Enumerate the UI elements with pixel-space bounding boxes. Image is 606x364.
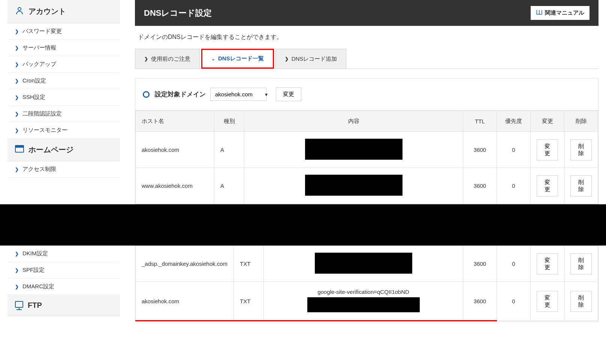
th-type: 種別: [214, 111, 244, 132]
redacted-content: [305, 175, 403, 196]
cell-delete: 削除: [564, 282, 598, 321]
cell-content: google-site-verification=qCQII1obND: [264, 282, 463, 321]
sidebar-item-dkim[interactable]: ❯DKIM設定: [7, 246, 120, 262]
svg-point-0: [18, 7, 21, 10]
cell-host: www.akosiehok.com: [136, 168, 214, 204]
cell-delete: 削除: [564, 132, 598, 168]
th-priority: 優先度: [497, 111, 531, 132]
cell-edit: 変更: [531, 168, 564, 204]
chevron-right-icon: ❯: [15, 29, 19, 34]
th-host: ホスト名: [136, 111, 214, 132]
chevron-right-icon: ❯: [15, 95, 19, 100]
tabs: ❯ 使用前のご注意 ⌄ DNSレコード一覧 ❯ DNSレコード追加: [135, 49, 599, 69]
chevron-right-icon: ❯: [15, 45, 19, 51]
delete-button[interactable]: 削除: [570, 253, 592, 274]
edit-button[interactable]: 変更: [537, 175, 558, 196]
sidebar-item-spf[interactable]: ❯SPF設定: [7, 262, 120, 279]
chevron-right-icon: ❯: [15, 251, 19, 256]
sidebar-item-dmarc[interactable]: ❯DMARC設定: [7, 279, 120, 295]
sidebar-item-ssh[interactable]: ❯SSH設定: [7, 89, 120, 106]
person-icon: [15, 6, 24, 17]
radio-icon: [143, 91, 150, 98]
table-row: _adsp._domainkey.akosiehok.comTXT36000変更…: [136, 246, 598, 282]
sidebar-item-backup[interactable]: ❯バックアップ: [7, 56, 120, 73]
page-description: ドメインのDNSレコードを編集することができます。: [135, 33, 599, 41]
redacted-content: [307, 297, 420, 312]
cell-delete: 削除: [564, 246, 598, 282]
cell-edit: 変更: [531, 282, 564, 321]
sidebar-bottom: ❯DKIM設定 ❯SPF設定 ❯DMARC設定 FTP: [0, 246, 127, 322]
cell-priority: 0: [497, 168, 531, 204]
th-delete: 削除: [564, 111, 598, 132]
book-icon: [536, 9, 543, 17]
chevron-right-icon: ❯: [15, 128, 19, 133]
cell-edit: 変更: [531, 246, 564, 282]
domain-change-button[interactable]: 変更: [276, 87, 301, 101]
sidebar-item-resource-monitor[interactable]: ❯リソースモニター: [7, 122, 120, 139]
window-icon: [15, 145, 24, 154]
cell-type: TXT: [234, 282, 264, 321]
sidebar-item-cron[interactable]: ❯Cron設定: [7, 73, 120, 89]
redaction-strip: [0, 204, 606, 246]
tab-dns-list[interactable]: ⌄ DNSレコード一覧: [201, 49, 274, 69]
domain-selector: 設定対象ドメイン akosiehok.com 変更: [135, 78, 598, 111]
sidebar-header-account: アカウント: [7, 0, 120, 23]
chevron-right-icon: ❯: [285, 56, 289, 61]
page-title: DNSレコード設定: [144, 7, 212, 19]
delete-button[interactable]: 削除: [570, 291, 592, 312]
sidebar-item-access-restriction[interactable]: ❯アクセス制限: [7, 161, 120, 178]
sidebar-header-label: アカウント: [28, 6, 66, 16]
edit-button[interactable]: 変更: [537, 253, 558, 274]
delete-button[interactable]: 削除: [570, 175, 592, 196]
cell-content: [244, 132, 463, 168]
cell-ttl: 3600: [463, 168, 497, 204]
table-row: akosiehok.comTXTgoogle-site-verification…: [136, 282, 598, 321]
domain-select[interactable]: akosiehok.com: [210, 88, 267, 101]
cell-content: [244, 168, 463, 204]
cell-host: akosiehok.com: [136, 132, 214, 168]
cell-host: _adsp._domainkey.akosiehok.com: [136, 246, 234, 282]
cell-ttl: 3600: [463, 132, 497, 168]
cell-edit: 変更: [531, 132, 564, 168]
sidebar-item-password[interactable]: ❯パスワード変更: [7, 23, 120, 40]
sidebar-header-ftp: FTP: [7, 295, 120, 316]
chevron-right-icon: ❯: [15, 268, 19, 273]
cell-priority: 0: [497, 132, 531, 168]
dns-list-panel: 設定対象ドメイン akosiehok.com 変更 ホスト名 種別 内容 TTL…: [135, 78, 599, 204]
redacted-content: [305, 139, 403, 160]
edit-button[interactable]: 変更: [537, 139, 558, 160]
cell-type: A: [214, 168, 244, 204]
cell-type: A: [214, 132, 244, 168]
table-row: akosiehok.comA36000変更削除: [136, 132, 598, 168]
sidebar-item-server-info[interactable]: ❯サーバー情報: [7, 40, 120, 56]
main-content: DNSレコード設定 関連マニュアル ドメインのDNSレコードを編集することができ…: [127, 0, 606, 204]
domain-label: 設定対象ドメイン: [155, 90, 206, 99]
sidebar-header-label: ホームページ: [28, 145, 73, 155]
edit-button[interactable]: 変更: [537, 291, 558, 312]
cell-priority: 0: [497, 246, 531, 282]
cell-delete: 削除: [564, 168, 598, 204]
dns-list-panel-bottom: _adsp._domainkey.akosiehok.comTXT36000変更…: [135, 246, 599, 322]
cell-content-text: google-site-verification=qCQII1obND: [270, 289, 457, 295]
cell-content: [264, 246, 463, 282]
chevron-right-icon: ❯: [15, 167, 19, 172]
tab-dns-add[interactable]: ❯ DNSレコード追加: [275, 49, 347, 69]
th-edit: 変更: [531, 111, 564, 132]
th-content: 内容: [244, 111, 463, 132]
manual-button[interactable]: 関連マニュアル: [531, 6, 590, 20]
chevron-right-icon: ❯: [15, 62, 19, 67]
redacted-content: [315, 253, 412, 274]
chevron-right-icon: ❯: [15, 78, 19, 84]
sidebar: アカウント ❯パスワード変更 ❯サーバー情報 ❯バックアップ ❯Cron設定 ❯…: [0, 0, 127, 204]
main-bottom: _adsp._domainkey.akosiehok.comTXT36000変更…: [127, 246, 606, 322]
cell-type: TXT: [234, 246, 264, 282]
dns-table-bottom: _adsp._domainkey.akosiehok.comTXT36000変更…: [135, 246, 598, 321]
sidebar-header-homepage: ホームページ: [7, 139, 120, 161]
chevron-right-icon: ❯: [15, 284, 19, 289]
page-header: DNSレコード設定 関連マニュアル: [135, 0, 599, 26]
cell-host: akosiehok.com: [136, 282, 234, 321]
tab-caution[interactable]: ❯ 使用前のご注意: [135, 49, 200, 69]
table-row: www.akosiehok.comA36000変更削除: [136, 168, 598, 204]
sidebar-item-2fa[interactable]: ❯二段階認証設定: [7, 106, 120, 122]
delete-button[interactable]: 削除: [570, 139, 592, 160]
